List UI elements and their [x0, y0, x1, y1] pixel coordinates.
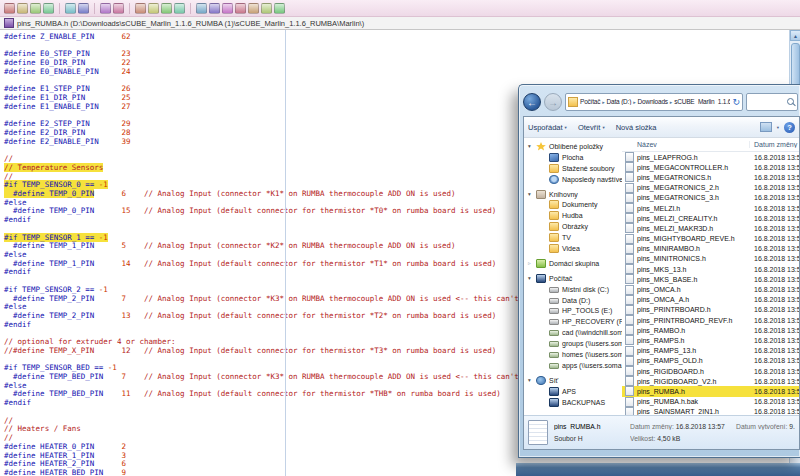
file-row[interactable]: pins_MKS_13.h16.8.2018 13:5: [622, 264, 799, 274]
sidebar-item[interactable]: apps (\\users.soma.cz): [524, 360, 622, 371]
taskbar-fragment[interactable]: [516, 463, 800, 476]
breadcrumb-item[interactable]: Počítač: [580, 98, 600, 105]
sidebar-item[interactable]: Místní disk (C:): [524, 284, 622, 295]
file-row[interactable]: pins_RIGIDBOARD.h16.8.2018 13:5: [622, 366, 799, 376]
file-row[interactable]: pins_MELZI_MAKR3D.h16.8.2018 13:5: [622, 223, 799, 233]
sidebar-item[interactable]: Stažené soubory: [524, 163, 622, 174]
search-box[interactable]: [746, 93, 798, 111]
save-icon[interactable]: [30, 3, 41, 14]
file-row[interactable]: pins_RUMBA.h16.8.2018 13:5: [622, 386, 799, 396]
sidebar-item[interactable]: Plocha: [524, 152, 622, 163]
sidebar-item[interactable]: BACKUPNAS: [524, 397, 622, 408]
sidebar-item[interactable]: Data (D:): [524, 295, 622, 306]
find-icon[interactable]: [196, 3, 207, 14]
sidebar-item[interactable]: APS: [524, 386, 622, 397]
sidebar-item[interactable]: Obrázky: [524, 221, 622, 232]
view-caret-icon[interactable]: ▾: [777, 125, 779, 130]
open-button[interactable]: Otevřít▾: [578, 123, 605, 132]
help-icon[interactable]: ?: [784, 122, 795, 133]
refresh-icon[interactable]: ↻: [732, 97, 740, 107]
forward-button[interactable]: →: [544, 93, 562, 111]
file-row[interactable]: pins_OMCA_A.h16.8.2018 13:5: [622, 295, 799, 305]
settings-icon[interactable]: [248, 3, 259, 14]
file-row[interactable]: pins_PRINTRBOARD.h16.8.2018 13:5: [622, 305, 799, 315]
replace-icon[interactable]: [209, 3, 220, 14]
help-icon[interactable]: [274, 3, 285, 14]
paste-icon[interactable]: [161, 3, 172, 14]
organize-button[interactable]: Uspořádat▾: [528, 123, 567, 132]
file-name-label: pins_RAMBO.h: [637, 327, 685, 334]
file-row[interactable]: pins_RUMBA.h.bak16.8.2018 13:5: [622, 397, 799, 407]
file-row[interactable]: pins_MEGATRONICS_2.h16.8.2018 13:5: [622, 183, 799, 193]
toolbar-separator: [190, 3, 191, 14]
bookmark-icon[interactable]: [222, 3, 233, 14]
sidebar-item[interactable]: homes (\\users.soma.cz): [524, 349, 622, 360]
file-row[interactable]: pins_MEGATRONICS.h16.8.2018 13:5: [622, 172, 799, 182]
change-view-icon[interactable]: [760, 122, 772, 132]
sidebar-item[interactable]: Naposledy navštívené: [524, 174, 622, 185]
expander-collapsed-icon[interactable]: ▹: [528, 260, 536, 266]
sidebar-item[interactable]: TV: [524, 232, 622, 243]
sidebar-item[interactable]: HP_TOOLS (E:): [524, 305, 622, 316]
file-row[interactable]: pins_MINIRAMBO.h16.8.2018 13:5: [622, 244, 799, 254]
file-row[interactable]: pins_SAINSMART_2IN1.h16.8.2018 13:5: [622, 407, 799, 415]
sidebar-item[interactable]: Videa: [524, 243, 622, 254]
sidebar-item[interactable]: ▾Knihovny: [524, 189, 622, 200]
file-row[interactable]: pins_RIGIDBOARD_V2.h16.8.2018 13:5: [622, 376, 799, 386]
expander-expanded-icon[interactable]: ▾: [528, 143, 536, 149]
sidebar-item[interactable]: HP_RECOVERY (F:): [524, 316, 622, 327]
scroll-up-icon[interactable]: ▲: [790, 30, 800, 41]
file-row[interactable]: pins_RAMPS_13.h16.8.2018 13:5: [622, 346, 799, 356]
sidebar-item[interactable]: Dokumenty: [524, 199, 622, 210]
expander-expanded-icon[interactable]: ▾: [528, 191, 536, 197]
sidebar-item[interactable]: ▾Oblíbené položky: [524, 141, 622, 152]
copy-icon[interactable]: [148, 3, 159, 14]
new-folder-button[interactable]: Nová složka: [616, 123, 657, 132]
sidebar-item[interactable]: Hudba: [524, 210, 622, 221]
sidebar-item[interactable]: ▾Síť: [524, 375, 622, 386]
project-icon[interactable]: [235, 3, 246, 14]
sidebar-item[interactable]: groups (\\users.soma.cz): [524, 338, 622, 349]
sidebar-item[interactable]: ▹Domácí skupina: [524, 258, 622, 269]
back-button[interactable]: ←: [523, 93, 541, 111]
expander-expanded-icon[interactable]: ▾: [528, 275, 536, 281]
file-row[interactable]: pins_MELZI.h16.8.2018 13:5: [622, 203, 799, 213]
file-date-cell: 16.8.2018 13:5: [750, 408, 799, 415]
sidebar-item[interactable]: ▾Počítač: [524, 273, 622, 284]
save-all-icon[interactable]: [43, 3, 54, 14]
code-segment: 9: [103, 468, 126, 476]
details-filename: pins_RUMBA.h: [554, 423, 630, 430]
file-row[interactable]: pins_LEAPFROG.h16.8.2018 13:5: [622, 152, 799, 162]
address-bar[interactable]: Počítač▸Data (D:)▸Downloads▸sCUBE_Marlin…: [565, 93, 743, 111]
file-row[interactable]: pins_MINITRONICS.h16.8.2018 13:5: [622, 254, 799, 264]
file-row[interactable]: pins_MEGACONTROLLER.h16.8.2018 13:5: [622, 162, 799, 172]
print-preview-icon[interactable]: [78, 3, 89, 14]
breadcrumb-item[interactable]: Downloads: [637, 98, 667, 105]
undo-icon[interactable]: [100, 3, 111, 14]
editor-tab-title[interactable]: pins_RUMBA.h (D:\Downloads\sCUBE_Marlin_…: [17, 19, 364, 28]
cut-icon[interactable]: [135, 3, 146, 14]
fullscreen-icon[interactable]: [261, 3, 272, 14]
expander-expanded-icon[interactable]: ▾: [528, 377, 536, 383]
breadcrumb-item[interactable]: sCUBE_Marlin_1.1.6_RUMBA (1): [674, 98, 730, 105]
file-row[interactable]: pins_MEGATRONICS_3.h16.8.2018 13:5: [622, 193, 799, 203]
sidebar-item[interactable]: cad (\\windchill.soma.cz): [524, 327, 622, 338]
delete-icon[interactable]: [174, 3, 185, 14]
file-row[interactable]: pins_PRINTRBOARD_REVF.h16.8.2018 13:5: [622, 315, 799, 325]
file-row[interactable]: pins_MKS_BASE.h16.8.2018 13:5: [622, 274, 799, 284]
file-row[interactable]: pins_RAMPS_OLD.h16.8.2018 13:5: [622, 356, 799, 366]
file-row[interactable]: pins_RAMBO.h16.8.2018 13:5: [622, 325, 799, 335]
file-row[interactable]: pins_OMCA.h16.8.2018 13:5: [622, 284, 799, 294]
file-row[interactable]: pins_RAMPS.h16.8.2018 13:5: [622, 335, 799, 345]
details-file-type: Soubor H: [554, 435, 630, 442]
file-row[interactable]: pins_MELZI_CREALITY.h16.8.2018 13:5: [622, 213, 799, 223]
breadcrumb-item[interactable]: Data (D:): [607, 98, 632, 105]
column-header-name[interactable]: Název: [622, 141, 750, 148]
sidebar-item-label: APS: [562, 388, 576, 395]
file-row[interactable]: pins_MIGHTYBOARD_REVE.h16.8.2018 13:5: [622, 234, 799, 244]
print-icon[interactable]: [65, 3, 76, 14]
column-header-date[interactable]: Datum změny: [750, 141, 799, 148]
new-file-icon[interactable]: [4, 3, 15, 14]
open-file-icon[interactable]: [17, 3, 28, 14]
redo-icon[interactable]: [113, 3, 124, 14]
